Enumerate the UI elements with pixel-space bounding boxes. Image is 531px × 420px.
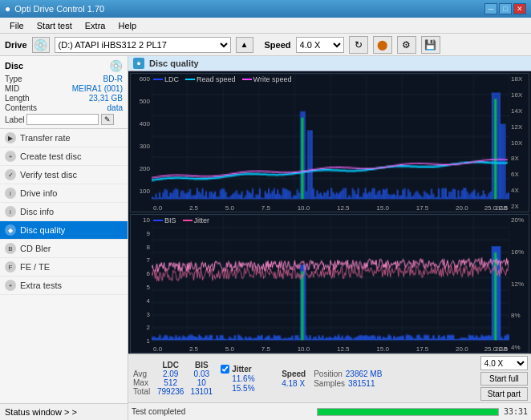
menu-file[interactable]: File — [3, 19, 30, 32]
create-test-disc-icon: + — [5, 151, 16, 162]
stats-table: LDC BIS Avg 2.09 0.03 Max 512 10 Total 7… — [132, 361, 216, 396]
speed-col-header: Speed — [282, 370, 306, 378]
burn-button[interactable]: ⬤ — [373, 36, 392, 54]
position-label: Position — [314, 370, 343, 378]
sidebar-item-cd-bler[interactable]: B CD Bler — [0, 240, 128, 258]
status-window-button[interactable]: Status window > > — [0, 403, 128, 420]
maximize-button[interactable]: □ — [499, 3, 512, 14]
jitter-legend: Jitter — [194, 216, 210, 224]
cd-bler-icon: B — [5, 243, 16, 254]
length-label: Length — [5, 94, 30, 103]
disc-title: Disc — [5, 61, 23, 71]
max-ldc: 512 — [154, 378, 187, 387]
jitter-checkbox[interactable] — [221, 365, 229, 374]
close-button[interactable]: ✕ — [513, 3, 526, 14]
title-controls: ─ □ ✕ — [484, 3, 526, 14]
max-bis: 10 — [187, 378, 216, 387]
speed-select-stats[interactable]: 4.0 X — [480, 356, 528, 370]
minimize-button[interactable]: ─ — [484, 3, 497, 14]
max-row-label: Max — [132, 378, 154, 387]
type-label: Type — [5, 75, 22, 83]
status-window-label: Status window > > — [5, 407, 77, 417]
disc-panel: Disc 💿 Type BD-R MID MEIRA1 (001) Length… — [0, 56, 128, 129]
eject-button[interactable]: ▲ — [236, 37, 253, 53]
total-bis: 13101 — [187, 387, 216, 396]
drive-info-icon: i — [5, 188, 16, 199]
menu-help[interactable]: Help — [111, 19, 143, 32]
sidebar-item-extra-tests[interactable]: + Extra tests — [0, 277, 128, 295]
sidebar-item-create-test-disc[interactable]: + Create test disc — [0, 147, 128, 166]
app-icon: ● — [5, 3, 10, 14]
sidebar-item-fe-te[interactable]: F FE / TE — [0, 258, 128, 277]
disc-quality-title: Disc quality — [149, 59, 199, 68]
fe-te-icon: F — [5, 261, 16, 273]
avg-row-label: Avg — [132, 370, 154, 378]
start-part-button[interactable]: Start part — [480, 387, 528, 401]
avg-ldc: 2.09 — [154, 370, 187, 378]
type-value: BD-R — [103, 75, 123, 83]
sidebar-item-disc-quality[interactable]: ◆ Disc quality — [0, 221, 128, 240]
refresh-button[interactable]: ↻ — [349, 36, 368, 54]
label-edit-button[interactable]: ✎ — [101, 114, 114, 125]
disc-quality-header: ● Disc quality — [128, 56, 531, 71]
samples-value: 381511 — [348, 379, 375, 388]
drive-label: Drive — [5, 40, 27, 50]
read-speed-legend: Read speed — [197, 75, 236, 83]
ldc-column-header: LDC — [154, 361, 187, 370]
sidebar-label-fe-te: FE / TE — [20, 262, 50, 272]
main-layout: Disc 💿 Type BD-R MID MEIRA1 (001) Length… — [0, 56, 531, 420]
sidebar-label-extra-tests: Extra tests — [20, 281, 62, 290]
sidebar-label-cd-bler: CD Bler — [20, 244, 51, 253]
length-value: 23,31 GB — [89, 94, 123, 103]
disc-info-icon: i — [5, 206, 16, 217]
write-speed-legend: Write speed — [253, 75, 292, 83]
save-button[interactable]: 💾 — [421, 36, 440, 54]
extra-tests-icon: + — [5, 280, 16, 291]
label-label: Label — [5, 115, 24, 124]
drive-select[interactable]: (D:) ATAPI iHBS312 2 PL17 — [55, 37, 231, 53]
total-row-label: Total — [132, 387, 154, 396]
avg-bis: 0.03 — [187, 370, 216, 378]
contents-value: data — [107, 103, 123, 112]
max-jitter: 15.5% — [221, 384, 277, 393]
sidebar-item-verify-test-disc[interactable]: ✓ Verify test disc — [0, 166, 128, 184]
disc-quality-header-icon: ● — [133, 58, 144, 69]
menu-bar: File Start test Extra Help — [0, 18, 531, 34]
bottom-bar: Test completed 33:31 — [128, 402, 531, 420]
speed-label: Speed — [265, 40, 291, 50]
sidebar-label-transfer-rate: Transfer rate — [20, 133, 71, 143]
time-display: 33:31 — [504, 407, 528, 416]
disc-quality-icon: ◆ — [5, 224, 16, 236]
bis-legend: BIS — [164, 216, 176, 224]
sidebar-label-create-test-disc: Create test disc — [20, 151, 81, 161]
drive-icon: 💿 — [32, 37, 50, 53]
menu-extra[interactable]: Extra — [79, 19, 112, 32]
label-input[interactable] — [26, 114, 99, 125]
menu-start-test[interactable]: Start test — [30, 19, 79, 32]
settings-button[interactable]: ⚙ — [397, 36, 416, 54]
sidebar-label-drive-info: Drive info — [20, 188, 57, 198]
jitter-col-header: Jitter — [232, 365, 251, 374]
mid-value: MEIRA1 (001) — [72, 84, 123, 93]
drive-bar: Drive 💿 (D:) ATAPI iHBS312 2 PL17 ▲ Spee… — [0, 34, 531, 56]
avg-jitter: 11.6% — [221, 374, 277, 383]
status-text: Test completed — [132, 407, 312, 416]
sidebar-label-disc-quality: Disc quality — [20, 225, 65, 235]
progress-fill — [318, 409, 498, 415]
avg-speed: 4.18 X — [282, 379, 306, 388]
ldc-legend: LDC — [164, 75, 179, 83]
sidebar-item-disc-info[interactable]: i Disc info — [0, 203, 128, 221]
content-area: ● Disc quality 600 500 400 300 200 100 — [128, 56, 531, 420]
sidebar-item-transfer-rate[interactable]: ▶ Transfer rate — [0, 129, 128, 147]
verify-test-disc-icon: ✓ — [5, 169, 16, 180]
start-full-button[interactable]: Start full — [480, 372, 528, 386]
contents-label: Contents — [5, 103, 37, 112]
mid-label: MID — [5, 84, 19, 93]
app-title: Opti Drive Control 1.70 — [14, 4, 104, 14]
sidebar-label-disc-info: Disc info — [20, 207, 54, 216]
bis-column-header: BIS — [187, 361, 216, 370]
total-ldc: 799236 — [154, 387, 187, 396]
sidebar-label-verify-test-disc: Verify test disc — [20, 170, 77, 180]
sidebar-item-drive-info[interactable]: i Drive info — [0, 184, 128, 203]
speed-select[interactable]: 4.0 X — [296, 37, 344, 53]
